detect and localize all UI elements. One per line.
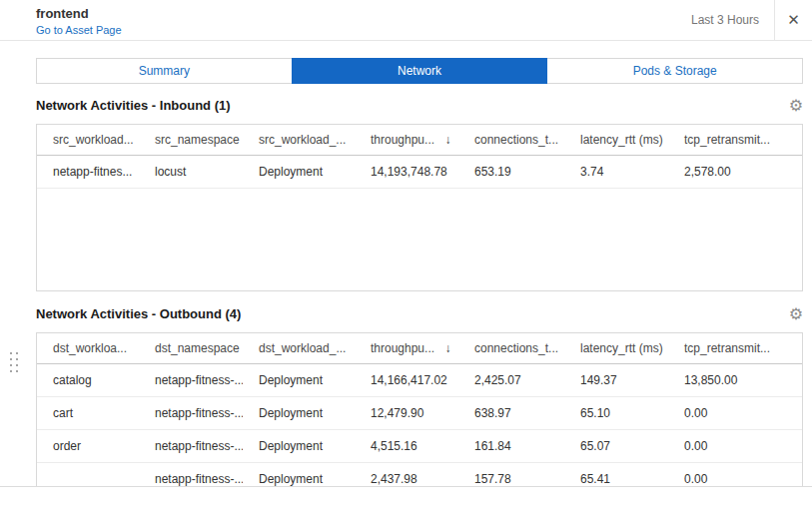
column-header-latency[interactable]: latency_rtt (ms) xyxy=(564,333,668,363)
cell-tcp-retransmit: 13,850.00 xyxy=(668,363,802,396)
cell-dst-namespace: netapp-fitness-... xyxy=(139,363,243,396)
cell-connections: 2,425.07 xyxy=(458,363,564,396)
sort-desc-icon[interactable]: ↓ xyxy=(444,341,450,355)
cell-tcp-retransmit: 0.00 xyxy=(668,462,802,487)
inbound-section-title: Network Activities - Inbound (1) xyxy=(36,98,231,113)
outbound-section-header: Network Activities - Outbound (4) ⚙ xyxy=(36,304,803,323)
column-header-dst-workload[interactable]: dst_workloa... xyxy=(37,333,139,363)
column-header-dst-workload-kind[interactable]: dst_workload_... xyxy=(243,333,355,363)
cell-throughput: 14,166,417.02 xyxy=(355,363,458,396)
column-header-throughput[interactable]: throughpu... ↓ xyxy=(355,125,458,155)
header-title-block: frontend Go to Asset Page xyxy=(0,0,122,40)
cell-dst-workload: cart xyxy=(37,396,139,429)
column-header-latency[interactable]: latency_rtt (ms) xyxy=(564,125,668,155)
column-header-tcp-retransmit[interactable]: tcp_retransmit... xyxy=(668,333,802,363)
outbound-section-title: Network Activities - Outbound (4) xyxy=(36,306,241,321)
cell-src-namespace: locust xyxy=(139,155,243,188)
cell-dst-workload xyxy=(37,462,139,487)
table-row[interactable]: netapp-fitnes... locust Deployment 14,19… xyxy=(37,155,802,188)
cell-throughput: 14,193,748.78 xyxy=(355,155,458,188)
cell-src-workload-kind: Deployment xyxy=(243,155,355,188)
gear-icon[interactable]: ⚙ xyxy=(789,98,803,114)
drag-handle[interactable] xyxy=(8,350,20,374)
cell-connections: 638.97 xyxy=(458,396,564,429)
cell-dst-namespace: netapp-fitness-... xyxy=(139,396,243,429)
column-header-dst-namespace[interactable]: dst_namespace xyxy=(139,333,243,363)
cell-tcp-retransmit: 0.00 xyxy=(668,396,802,429)
column-header-src-namespace[interactable]: src_namespace xyxy=(139,125,243,155)
column-header-tcp-retransmit[interactable]: tcp_retransmit... xyxy=(668,125,802,155)
cell-latency: 3.74 xyxy=(564,155,668,188)
cell-dst-workload-kind: Deployment xyxy=(243,396,355,429)
cell-throughput: 2,437.98 xyxy=(355,462,458,487)
outbound-section: Network Activities - Outbound (4) ⚙ dst_… xyxy=(0,304,812,487)
column-header-throughput-label: throughpu... xyxy=(371,133,434,147)
tab-summary[interactable]: Summary xyxy=(36,58,293,84)
column-header-throughput-label: throughpu... xyxy=(371,341,434,355)
column-header-connections[interactable]: connections_t... xyxy=(458,125,564,155)
cell-connections: 161.84 xyxy=(458,429,564,462)
outbound-table: dst_workloa... dst_namespace dst_workloa… xyxy=(36,332,803,487)
cell-latency: 65.41 xyxy=(564,462,668,487)
cell-latency: 65.10 xyxy=(564,396,668,429)
cell-latency: 65.07 xyxy=(564,429,668,462)
time-range-label: Last 3 Hours xyxy=(691,0,774,40)
header-actions: Last 3 Hours ✕ xyxy=(691,0,812,40)
inbound-header-row: src_workload... src_namespace src_worklo… xyxy=(37,125,802,155)
panel-header: frontend Go to Asset Page Last 3 Hours ✕ xyxy=(0,0,812,41)
column-header-src-workload-kind[interactable]: src_workload_... xyxy=(243,125,355,155)
cell-dst-namespace: netapp-fitness-... xyxy=(139,429,243,462)
cell-connections: 157.78 xyxy=(458,462,564,487)
cell-latency: 149.37 xyxy=(564,363,668,396)
cell-dst-workload-kind: Deployment xyxy=(243,363,355,396)
cell-tcp-retransmit: 0.00 xyxy=(668,429,802,462)
column-header-connections[interactable]: connections_t... xyxy=(458,333,564,363)
column-header-src-workload[interactable]: src_workload... xyxy=(37,125,139,155)
table-row[interactable]: catalog netapp-fitness-... Deployment 14… xyxy=(37,363,802,396)
inbound-section-header: Network Activities - Inbound (1) ⚙ xyxy=(36,96,803,115)
column-header-throughput[interactable]: throughpu... ↓ xyxy=(355,333,458,363)
cell-dst-workload: order xyxy=(37,429,139,462)
table-row[interactable]: cart netapp-fitness-... Deployment 12,47… xyxy=(37,396,802,429)
cell-dst-workload-kind: Deployment xyxy=(243,462,355,487)
inbound-section: Network Activities - Inbound (1) ⚙ src_w… xyxy=(0,96,812,291)
cell-throughput: 12,479.90 xyxy=(355,396,458,429)
gear-icon[interactable]: ⚙ xyxy=(789,306,803,322)
cell-connections: 653.19 xyxy=(458,155,564,188)
cell-tcp-retransmit: 2,578.00 xyxy=(668,155,802,188)
close-icon[interactable]: ✕ xyxy=(775,0,812,40)
asset-slideout-panel: frontend Go to Asset Page Last 3 Hours ✕… xyxy=(0,0,812,487)
cell-src-workload: netapp-fitnes... xyxy=(37,155,139,188)
cell-dst-workload-kind: Deployment xyxy=(243,429,355,462)
cell-dst-workload: catalog xyxy=(37,363,139,396)
outbound-header-row: dst_workloa... dst_namespace dst_workloa… xyxy=(37,333,802,363)
inbound-table: src_workload... src_namespace src_worklo… xyxy=(36,124,803,291)
page-title: frontend xyxy=(36,6,122,21)
tab-pods-storage[interactable]: Pods & Storage xyxy=(546,58,803,84)
sort-desc-icon[interactable]: ↓ xyxy=(444,133,450,147)
table-row[interactable]: order netapp-fitness-... Deployment 4,51… xyxy=(37,429,802,462)
cell-throughput: 4,515.16 xyxy=(355,429,458,462)
table-row[interactable]: netapp-fitness-... Deployment 2,437.98 1… xyxy=(37,462,802,487)
tab-bar: Summary Network Pods & Storage xyxy=(36,58,803,84)
go-to-asset-page-link[interactable]: Go to Asset Page xyxy=(36,24,122,36)
cell-dst-namespace: netapp-fitness-... xyxy=(139,462,243,487)
tab-network[interactable]: Network xyxy=(292,58,548,84)
